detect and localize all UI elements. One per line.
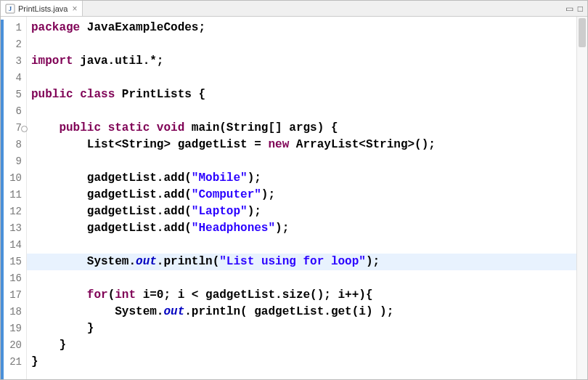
code-line[interactable] bbox=[31, 237, 576, 254]
maximize-icon[interactable]: □ bbox=[578, 4, 583, 13]
line-number: 1 bbox=[1, 20, 26, 36]
line-number: 2 bbox=[1, 36, 26, 53]
line-number: 21 bbox=[1, 354, 26, 371]
line-number: 9 bbox=[1, 153, 26, 170]
line-numbers: 123456789101112131415161718192021 bbox=[1, 20, 26, 371]
minimize-icon[interactable]: ▭ bbox=[565, 4, 573, 13]
code-line[interactable]: } bbox=[31, 320, 576, 337]
code-line[interactable]: import java.util.*; bbox=[31, 53, 576, 70]
line-number: 3 bbox=[1, 53, 26, 70]
code-line[interactable] bbox=[31, 153, 576, 170]
code-line[interactable] bbox=[31, 270, 576, 287]
java-file-icon: J bbox=[5, 4, 15, 14]
code-line[interactable]: for(int i=0; i < gadgetList.size(); i++)… bbox=[31, 287, 576, 304]
code-line[interactable]: gadgetList.add("Computer"); bbox=[31, 187, 576, 203]
code-line[interactable]: } bbox=[31, 337, 576, 354]
code-line[interactable]: package JavaExampleCodes; bbox=[31, 20, 576, 36]
line-number: 20 bbox=[1, 337, 26, 354]
line-number: 15 bbox=[1, 254, 26, 270]
code-line[interactable]: List<String> gadgetList = new ArrayList<… bbox=[31, 137, 576, 153]
code-area[interactable]: package JavaExampleCodes; import java.ut… bbox=[27, 17, 576, 379]
line-number: 10 bbox=[1, 170, 26, 187]
code-line[interactable]: gadgetList.add("Laptop"); bbox=[31, 203, 576, 220]
line-number: 13 bbox=[1, 220, 26, 237]
vertical-scrollbar[interactable] bbox=[576, 17, 587, 379]
line-number: 16 bbox=[1, 270, 26, 287]
code-line[interactable] bbox=[31, 70, 576, 86]
code-line[interactable]: } bbox=[31, 354, 576, 371]
code-line[interactable]: public static void main(String[] args) { bbox=[31, 120, 576, 137]
line-number: 5 bbox=[1, 86, 26, 103]
scrollbar-thumb[interactable] bbox=[579, 18, 586, 47]
gutter: 123456789101112131415161718192021 bbox=[1, 17, 27, 379]
line-number: 18 bbox=[1, 304, 26, 320]
code-line[interactable]: public class PrintLists { bbox=[31, 86, 576, 103]
line-number: 19 bbox=[1, 320, 26, 337]
code-line[interactable] bbox=[31, 103, 576, 120]
line-number: 7 bbox=[1, 120, 26, 137]
code-line[interactable]: System.out.println( gadgetList.get(i) ); bbox=[31, 304, 576, 320]
code-line[interactable]: gadgetList.add("Mobile"); bbox=[31, 170, 576, 187]
line-number: 12 bbox=[1, 203, 26, 220]
svg-text:J: J bbox=[9, 5, 12, 12]
editor: 123456789101112131415161718192021 packag… bbox=[1, 17, 587, 379]
line-number: 11 bbox=[1, 187, 26, 203]
tab-filename: PrintLists.java bbox=[18, 4, 68, 13]
line-number: 6 bbox=[1, 103, 26, 120]
file-tab[interactable]: J PrintLists.java × bbox=[1, 1, 83, 16]
line-number: 8 bbox=[1, 137, 26, 153]
titlebar: J PrintLists.java × ▭ □ bbox=[1, 1, 587, 17]
code-line[interactable]: gadgetList.add("Headphones"); bbox=[31, 220, 576, 237]
line-number: 17 bbox=[1, 287, 26, 304]
window-controls: ▭ □ bbox=[565, 1, 587, 16]
code-line[interactable] bbox=[31, 36, 576, 53]
close-icon[interactable]: × bbox=[72, 4, 77, 13]
line-number: 4 bbox=[1, 70, 26, 86]
code-line[interactable]: System.out.println("List using for loop"… bbox=[27, 254, 576, 270]
line-number: 14 bbox=[1, 237, 26, 254]
